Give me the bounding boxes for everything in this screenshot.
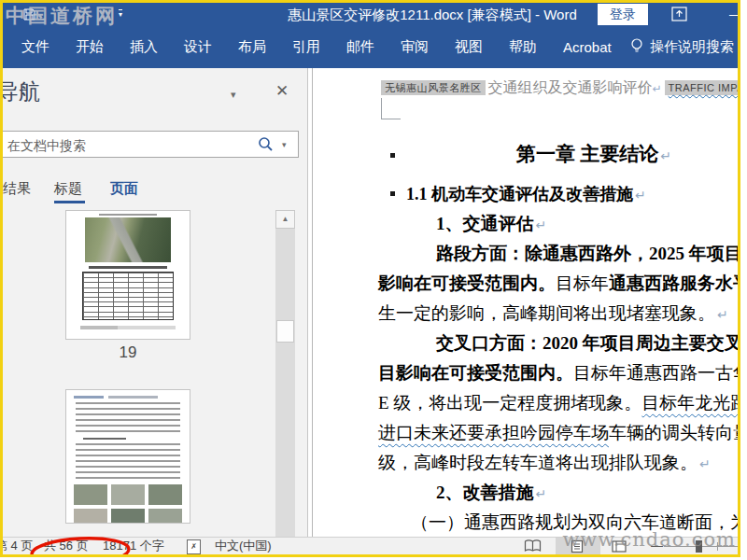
ribbon-tab-2[interactable]: 插入 [117,38,171,56]
page-header: 无锡惠山风景名胜区交通组织及交通影响评价↵TRAFFIC IMPACT ACC [378,78,738,98]
web-layout-icon[interactable] [612,540,627,554]
doc-line[interactable]: 影响在可接受范围内。目标年通惠西路服务水平较低，对车辆 [313,269,738,299]
tell-me-search[interactable]: 操作说明搜索 [630,26,734,68]
scrollbar-thumb[interactable] [276,320,294,343]
thumbnail-subheading-line [83,438,126,440]
doc-line[interactable]: （一）通惠西路规划为双向六车道断面，为保证基地建成 [313,508,738,537]
ribbon-tab-9[interactable]: 帮助 [496,38,550,56]
text-run: 进口未来还要承担吟园停车场 [378,423,609,442]
text-run: 第一章 主要结论 [516,143,658,165]
doc-line[interactable]: E 级，将出现一定程度拥堵现象。目标年龙光路一运河西路交 [313,388,738,418]
status-total-pages[interactable]: 共 56 页 [44,538,89,554]
doc-line[interactable]: 路段方面：除通惠西路外，2025 年项目周边主要道路受 [313,239,738,269]
document-area[interactable]: 无锡惠山风景名胜区交通组织及交通影响评价↵TRAFFIC IMPACT ACC … [308,68,738,537]
minimize-button[interactable]: — [729,3,738,26]
text-run: ↵ [717,307,728,322]
lightbulb-icon [630,37,643,57]
page-thumbnail-19[interactable] [65,210,190,340]
text-run: 目标年通惠西路一古华山路交叉口南 [573,363,738,383]
proofing-error-icon[interactable]: ✗ [187,539,201,554]
doc-line[interactable]: 2、改善措施↵ [313,478,738,508]
text-run: 生一定的影响，高峰期间将出现堵塞现象。 [378,303,715,323]
ribbon-tabs-bar: 文件开始插入设计布局引用邮件审阅视图帮助Acrobat 操作说明搜索 [3,26,738,68]
ribbon-tab-8[interactable]: 视图 [442,38,496,56]
text-run: 无锡惠山风景名胜区 [381,80,486,95]
text-run: 交通组织及交通影响评价 [488,79,653,95]
text-run: ↵ [660,148,671,163]
text-run: 车辆的调头转向量，未来服务水 [609,423,738,442]
title-bar: ▾ 惠山景区交评修改1211.docx [兼容模式] - Word 登录 — [3,3,738,26]
ribbon-tab-3[interactable]: 设计 [171,38,225,56]
text-run: 目标年 [556,273,609,293]
document-search-box: ▾ [3,131,299,158]
ribbon-display-options-icon[interactable] [671,7,687,25]
doc-line[interactable]: 第一章 主要结论↵ [313,133,738,179]
close-icon[interactable]: ✕ [275,81,289,101]
thumbnail-photo [111,509,145,524]
text-run: ↵ [536,217,547,232]
zoom-out-button[interactable]: — [651,538,663,554]
search-dropdown-icon[interactable]: ▾ [282,140,287,149]
ribbon-tab-5[interactable]: 引用 [279,38,333,56]
ribbon-tab-0[interactable]: 文件 [8,38,63,56]
scroll-up-icon[interactable]: ▲ [275,210,295,229]
text-run: ↵ [699,456,711,471]
text-run: 1.1 机动车交通评估及改善措施 [406,185,633,203]
outline-bullet-icon[interactable] [390,153,395,158]
doc-line[interactable]: 交叉口方面：2020 年项目周边主要交叉口在改善情况下 [313,329,738,358]
status-word-count[interactable]: 18171 个字 [103,538,164,554]
text-run: TRAFFIC IMPACT ACC [665,80,738,95]
navigation-pane-title: 导航 [3,77,40,106]
thumbnail-photo [148,509,182,524]
status-bar: 第 4 页 共 56 页 18171 个字 ✗ 中文(中国) — [3,537,738,554]
nav-scrollbar[interactable]: ▲ ▼ [275,210,295,537]
thumbnail-photo [111,484,145,505]
text-run: E 级，将出现一定程度拥堵现象。 [378,393,641,413]
nav-tab-1[interactable]: 页面 [110,180,138,198]
page-thumbnail-20[interactable] [65,389,190,524]
zoom-slider-handle[interactable] [696,540,702,553]
ribbon-tab-7[interactable]: 审阅 [388,38,442,56]
page-edge-line [312,68,313,537]
active-tab-underline [54,201,85,203]
ribbon-tab-4[interactable]: 布局 [225,38,279,56]
thumbnail-photo [148,484,182,505]
search-input[interactable] [6,134,224,156]
text-run: ↵ [536,486,547,501]
status-language[interactable]: 中文(中国) [215,538,272,554]
save-icon[interactable] [23,7,35,24]
text-run: ↵ [653,82,662,95]
text-run: 目影响在可接受范围内。 [378,363,573,383]
doc-line[interactable]: 目影响在可接受范围内。目标年通惠西路一古华山路交叉口南 [313,358,738,388]
ribbon-tab-10[interactable]: Acrobat [550,39,625,55]
quick-access-dropdown-icon[interactable]: ▾ [119,9,122,19]
thumbnail-header-line [74,396,182,399]
thumbnail-photo [74,509,107,524]
screenshot-stage: ▾ 惠山景区交评修改1211.docx [兼容模式] - Word 登录 — 中… [0,0,747,560]
text-run: 影响在可接受范围内。 [378,273,556,293]
doc-line[interactable]: 1.1 机动车交通评估及改善措施↵ [313,179,738,209]
thumbnail-footer-line [80,326,176,329]
doc-line[interactable]: 级，高峰时段左转车道将出现排队现象。↵ [313,448,738,478]
read-mode-icon[interactable] [524,539,542,554]
ribbon-tab-6[interactable]: 邮件 [333,38,388,56]
doc-line[interactable]: 进口未来还要承担吟园停车场车辆的调头转向量，未来服务水 [313,418,738,448]
navigation-options-icon[interactable]: ▾ [231,89,236,101]
text-run: 交叉口方面：2020 年项目周边主要交叉口在改善情况下 [436,333,738,353]
sign-in-button[interactable]: 登录 [598,4,648,25]
doc-line[interactable]: 1、交通评估↵ [313,209,738,239]
doc-lines: 第一章 主要结论↵1.1 机动车交通评估及改善措施↵1、交通评估↵路段方面：除通… [313,133,738,537]
zoom-slider-tick [717,542,718,551]
thumbnail-data-table [82,272,174,320]
ribbon-tab-1[interactable]: 开始 [63,38,117,56]
nav-tab-0[interactable]: 标题 [54,180,82,198]
thumbnail-paragraph-lines-2 [76,443,180,481]
nav-tab-2[interactable]: 结果 [3,180,31,198]
print-layout-icon[interactable] [571,539,584,554]
thumbnail-photo [74,484,107,505]
search-icon[interactable] [258,136,274,156]
outline-bullet-icon[interactable] [390,191,395,196]
doc-line[interactable]: 生一定的影响，高峰期间将出现堵塞现象。↵ [313,299,738,329]
text-run: 路段方面：除通惠西路外，2025 年项目周边主要道路受 [436,244,738,263]
status-page-number[interactable]: 第 4 页 [3,538,33,554]
